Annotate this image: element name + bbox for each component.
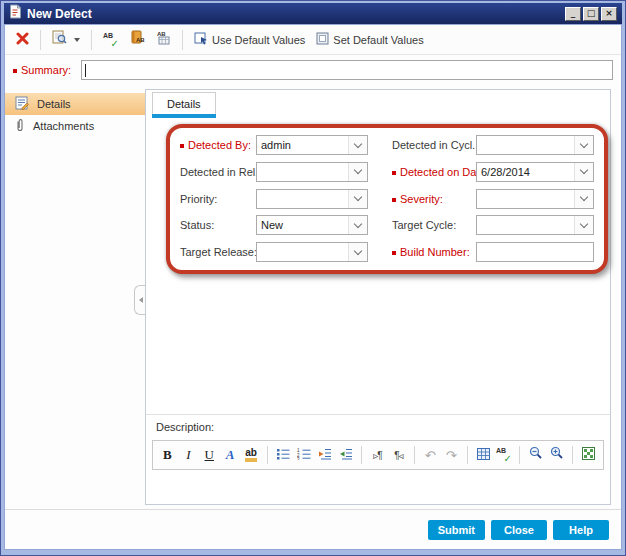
rtl-paragraph-icon: ¶◃ (394, 450, 402, 461)
thesaurus-button[interactable]: AB (127, 28, 148, 51)
chevron-down-icon (354, 193, 362, 201)
zoom-out-button[interactable] (526, 445, 545, 465)
description-editor[interactable] (152, 471, 604, 500)
underline-button[interactable]: U (200, 445, 219, 465)
chevron-down-icon (354, 166, 362, 174)
combo-dropdown-button[interactable] (574, 136, 593, 154)
chevron-down-icon (580, 166, 588, 174)
toolbar-separator (361, 446, 362, 464)
rich-text-toolbar: B I U A ab 123 ▹¶ ¶◃ ↶ ↷ AB✓ (152, 440, 604, 470)
undo-icon: ↶ (425, 448, 436, 463)
spell-check-icon: AB✓ (496, 447, 512, 463)
chevron-down-icon (354, 246, 362, 254)
chevron-down-icon (354, 139, 362, 147)
toolbar-separator (519, 446, 520, 464)
svg-text:3: 3 (297, 457, 300, 461)
summary-row: Summary: (5, 56, 621, 84)
submit-button[interactable]: Submit (428, 520, 485, 540)
rtl-paragraph-button[interactable]: ¶◃ (389, 445, 408, 465)
outdent-button[interactable] (336, 445, 355, 465)
detected-in-release-combo[interactable] (256, 162, 368, 182)
check-spelling-button[interactable]: AB ✓ (100, 30, 122, 50)
use-default-values-label: Use Default Values (212, 34, 305, 46)
priority-combo[interactable] (256, 189, 368, 209)
description-divider (146, 414, 610, 415)
required-marker (180, 144, 184, 148)
italic-button[interactable]: I (179, 445, 198, 465)
delete-button[interactable] (13, 29, 32, 51)
severity-combo[interactable] (476, 189, 594, 209)
status-combo[interactable]: New (256, 215, 368, 235)
summary-input[interactable] (81, 60, 613, 80)
target-release-combo[interactable] (256, 242, 368, 262)
toolbar-separator (91, 30, 92, 50)
toolbar-separator (572, 446, 573, 464)
zoom-in-button[interactable] (547, 445, 566, 465)
target-release-label: Target Release: (180, 246, 256, 258)
tab-details[interactable]: Details (152, 92, 216, 114)
build-number-input[interactable] (476, 242, 594, 262)
window-client-area: AB ✓ AB AB Use Default Values Set Defa (4, 24, 622, 550)
undo-button[interactable]: ↶ (421, 445, 440, 465)
detected-in-cycle-label: Detected in Cycl.. (392, 139, 476, 151)
fullscreen-icon (582, 446, 595, 464)
combo-dropdown-button[interactable] (348, 216, 367, 234)
sidebar-item-attachments[interactable]: Attachments (5, 115, 145, 137)
find-dropdown-caret-icon (74, 38, 80, 42)
maximize-button[interactable]: □ (583, 7, 599, 21)
sidebar: Details Attachments (5, 87, 145, 507)
redo-button[interactable]: ↷ (442, 445, 461, 465)
description-label: Description: (156, 421, 214, 433)
use-default-icon (194, 31, 208, 49)
highlight-button[interactable]: ab (242, 445, 261, 465)
toolbar-separator (182, 30, 183, 50)
spell-check-button[interactable]: AB✓ (495, 445, 514, 465)
numbered-list-button[interactable]: 123 (294, 445, 313, 465)
set-default-icon (316, 31, 329, 49)
spelling-options-button[interactable]: AB (153, 28, 174, 51)
use-default-values-button[interactable]: Use Default Values (191, 29, 308, 51)
thesaurus-book-icon: AB (130, 30, 145, 49)
chevron-down-icon (580, 220, 588, 228)
minimize-button[interactable]: _ (565, 7, 581, 21)
detected-in-cycle-combo[interactable] (476, 135, 594, 155)
outdent-icon (339, 446, 353, 464)
indent-icon (318, 446, 332, 464)
details-form-icon (15, 96, 29, 112)
bold-icon: B (163, 447, 172, 463)
detected-by-label: Detected By: (180, 139, 256, 151)
bullet-list-icon (276, 446, 290, 464)
footer-bar: Submit Close Help (5, 509, 621, 549)
highlight-icon: ab (245, 448, 257, 462)
combo-dropdown-button[interactable] (348, 243, 367, 261)
redo-icon: ↷ (446, 448, 457, 463)
combo-dropdown-button[interactable] (574, 216, 593, 234)
bullet-list-button[interactable] (273, 445, 292, 465)
fullscreen-button[interactable] (579, 445, 598, 465)
status-label: Status: (180, 219, 256, 231)
sidebar-item-details[interactable]: Details (5, 93, 145, 115)
find-button[interactable] (49, 28, 83, 51)
ltr-paragraph-button[interactable]: ▹¶ (368, 445, 387, 465)
insert-table-button[interactable] (474, 445, 493, 465)
close-button[interactable]: × (601, 7, 617, 21)
detected-by-combo[interactable]: admin (256, 135, 368, 155)
summary-label: Summary: (13, 64, 71, 76)
details-panel: Details Detected By: admin Detected in C… (145, 89, 611, 505)
combo-dropdown-button[interactable] (574, 190, 593, 208)
close-dialog-button[interactable]: Close (491, 520, 547, 540)
combo-dropdown-button[interactable] (348, 163, 367, 181)
detected-on-date-combo[interactable]: 6/28/2014 (476, 162, 594, 182)
set-default-values-button[interactable]: Set Default Values (313, 29, 426, 51)
active-tab-underline (152, 114, 216, 118)
font-color-icon: A (226, 447, 235, 463)
target-cycle-combo[interactable] (476, 215, 594, 235)
red-annotation-highlight: Detected By: admin Detected in Cycl.. De… (166, 124, 608, 274)
combo-dropdown-button[interactable] (348, 136, 367, 154)
combo-dropdown-button[interactable] (574, 163, 593, 181)
combo-dropdown-button[interactable] (348, 190, 367, 208)
help-button[interactable]: Help (553, 520, 609, 540)
indent-button[interactable] (315, 445, 334, 465)
font-color-button[interactable]: A (221, 445, 240, 465)
bold-button[interactable]: B (158, 445, 177, 465)
